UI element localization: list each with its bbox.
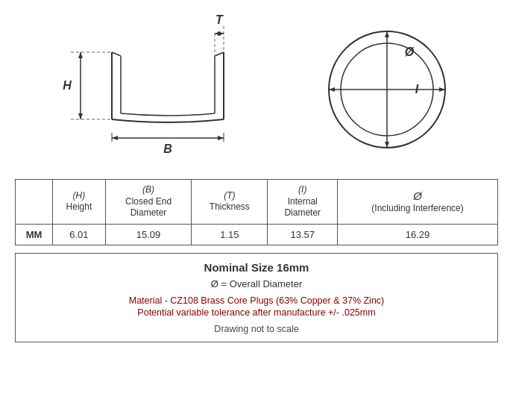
svg-marker-28	[385, 142, 389, 148]
drawing-note: Drawing not to scale	[27, 324, 486, 334]
i-label: I	[415, 83, 418, 95]
info-box: Nominal Size 16mm Ø = Overall Diameter M…	[15, 253, 498, 342]
t-letter: (T)	[224, 190, 235, 201]
table-data-row: MM 6.01 15.09 1.15 13.57 16.29	[16, 224, 498, 245]
thickness-header: (T) Thickness	[192, 180, 268, 225]
circle-view-diagram: Ø I	[320, 22, 454, 157]
svg-marker-20	[218, 136, 224, 140]
svg-marker-19	[112, 136, 118, 140]
side-view-diagram: H T B	[52, 15, 261, 164]
t-label: T	[215, 15, 224, 26]
overall-dia-header: Ø (Including Interference)	[338, 180, 498, 225]
material-line-1: Material - CZ108 Brass Core Plugs (63% C…	[27, 295, 486, 306]
svg-marker-9	[78, 52, 83, 58]
table-header-row: (H) Height (B) Closed EndDiameter (T) Th…	[16, 180, 498, 225]
unit-cell: MM	[16, 224, 53, 245]
phi-label: Ø	[404, 46, 414, 58]
diagram-area: H T B	[15, 7, 498, 172]
svg-marker-25	[329, 87, 335, 92]
svg-marker-27	[385, 31, 389, 37]
svg-line-5	[215, 52, 224, 56]
overall-dia-value: 16.29	[338, 224, 498, 245]
phi-header-label: (Including Interference)	[371, 203, 463, 213]
svg-marker-10	[78, 113, 83, 119]
thickness-label: Thickness	[210, 201, 250, 212]
internal-dia-value: 13.57	[268, 224, 338, 245]
material-line-2: Potential variable tolerance after manuf…	[27, 307, 486, 318]
closed-end-value: 15.09	[105, 224, 191, 245]
h-label: H	[63, 79, 72, 92]
height-value: 6.01	[53, 224, 106, 245]
h-letter: (H)	[73, 190, 86, 201]
internal-dia-header: (I) InternalDiameter	[268, 180, 338, 225]
thickness-value: 1.15	[192, 224, 268, 245]
b-label: B	[163, 142, 172, 155]
unit-header	[16, 180, 53, 225]
b-letter: (B)	[142, 184, 154, 195]
height-header: (H) Height	[53, 180, 106, 225]
height-label: Height	[66, 201, 92, 212]
closed-end-header: (B) Closed EndDiameter	[105, 180, 191, 225]
page: H T B	[0, 0, 513, 350]
measurements-table: (H) Height (B) Closed EndDiameter (T) Th…	[15, 179, 498, 245]
nominal-title: Nominal Size 16mm	[27, 261, 486, 274]
overall-dia-text: Ø = Overall Diameter	[27, 278, 486, 289]
svg-marker-26	[439, 87, 445, 92]
svg-line-4	[112, 52, 121, 56]
i-letter: (I)	[298, 184, 306, 195]
phi-header-letter: Ø	[413, 189, 422, 202]
